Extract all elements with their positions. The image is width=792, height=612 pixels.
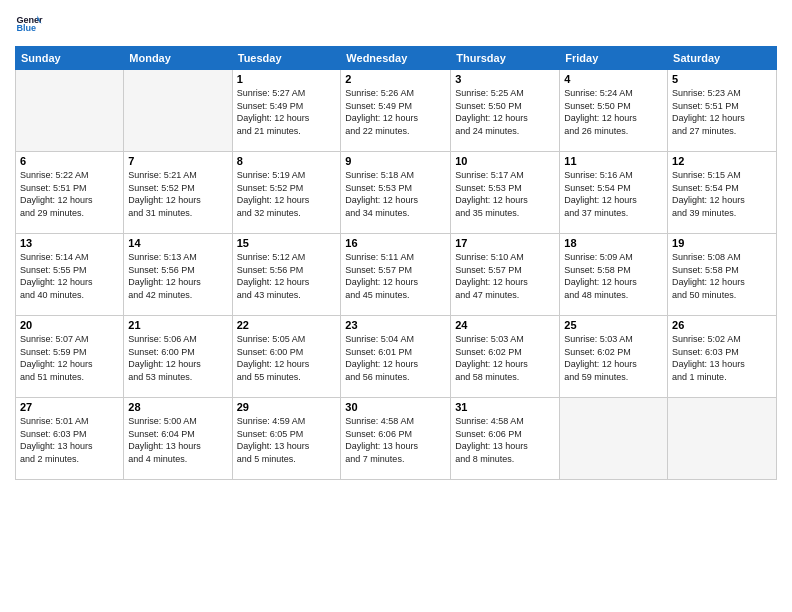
day-info: Sunrise: 5:16 AM Sunset: 5:54 PM Dayligh… [564,169,663,219]
day-info: Sunrise: 5:03 AM Sunset: 6:02 PM Dayligh… [564,333,663,383]
calendar-cell: 13Sunrise: 5:14 AM Sunset: 5:55 PM Dayli… [16,234,124,316]
weekday-header-wednesday: Wednesday [341,47,451,70]
calendar-cell: 10Sunrise: 5:17 AM Sunset: 5:53 PM Dayli… [451,152,560,234]
day-number: 5 [672,73,772,85]
week-row-5: 27Sunrise: 5:01 AM Sunset: 6:03 PM Dayli… [16,398,777,480]
day-number: 17 [455,237,555,249]
weekday-header-saturday: Saturday [668,47,777,70]
day-info: Sunrise: 5:17 AM Sunset: 5:53 PM Dayligh… [455,169,555,219]
weekday-header-sunday: Sunday [16,47,124,70]
header: General Blue [15,10,777,38]
day-number: 20 [20,319,119,331]
day-info: Sunrise: 5:22 AM Sunset: 5:51 PM Dayligh… [20,169,119,219]
logo-icon: General Blue [15,10,43,38]
day-number: 2 [345,73,446,85]
day-number: 21 [128,319,227,331]
day-info: Sunrise: 5:25 AM Sunset: 5:50 PM Dayligh… [455,87,555,137]
calendar-cell [124,70,232,152]
calendar-cell: 26Sunrise: 5:02 AM Sunset: 6:03 PM Dayli… [668,316,777,398]
calendar-cell: 5Sunrise: 5:23 AM Sunset: 5:51 PM Daylig… [668,70,777,152]
calendar-cell: 17Sunrise: 5:10 AM Sunset: 5:57 PM Dayli… [451,234,560,316]
day-info: Sunrise: 5:02 AM Sunset: 6:03 PM Dayligh… [672,333,772,383]
day-number: 3 [455,73,555,85]
day-info: Sunrise: 5:06 AM Sunset: 6:00 PM Dayligh… [128,333,227,383]
calendar-table: SundayMondayTuesdayWednesdayThursdayFrid… [15,46,777,480]
calendar-cell: 25Sunrise: 5:03 AM Sunset: 6:02 PM Dayli… [560,316,668,398]
day-number: 23 [345,319,446,331]
calendar-cell: 31Sunrise: 4:58 AM Sunset: 6:06 PM Dayli… [451,398,560,480]
day-number: 24 [455,319,555,331]
calendar-cell: 30Sunrise: 4:58 AM Sunset: 6:06 PM Dayli… [341,398,451,480]
calendar-cell: 15Sunrise: 5:12 AM Sunset: 5:56 PM Dayli… [232,234,341,316]
day-info: Sunrise: 5:27 AM Sunset: 5:49 PM Dayligh… [237,87,337,137]
day-info: Sunrise: 5:14 AM Sunset: 5:55 PM Dayligh… [20,251,119,301]
day-info: Sunrise: 5:09 AM Sunset: 5:58 PM Dayligh… [564,251,663,301]
day-info: Sunrise: 5:11 AM Sunset: 5:57 PM Dayligh… [345,251,446,301]
weekday-header-monday: Monday [124,47,232,70]
calendar-cell: 14Sunrise: 5:13 AM Sunset: 5:56 PM Dayli… [124,234,232,316]
day-number: 16 [345,237,446,249]
day-info: Sunrise: 5:15 AM Sunset: 5:54 PM Dayligh… [672,169,772,219]
day-number: 22 [237,319,337,331]
day-info: Sunrise: 5:08 AM Sunset: 5:58 PM Dayligh… [672,251,772,301]
day-number: 8 [237,155,337,167]
calendar-cell: 21Sunrise: 5:06 AM Sunset: 6:00 PM Dayli… [124,316,232,398]
day-info: Sunrise: 5:23 AM Sunset: 5:51 PM Dayligh… [672,87,772,137]
day-info: Sunrise: 5:18 AM Sunset: 5:53 PM Dayligh… [345,169,446,219]
logo: General Blue [15,10,43,38]
calendar-cell: 2Sunrise: 5:26 AM Sunset: 5:49 PM Daylig… [341,70,451,152]
day-number: 25 [564,319,663,331]
calendar-cell: 6Sunrise: 5:22 AM Sunset: 5:51 PM Daylig… [16,152,124,234]
day-number: 27 [20,401,119,413]
day-info: Sunrise: 5:05 AM Sunset: 6:00 PM Dayligh… [237,333,337,383]
calendar-cell: 29Sunrise: 4:59 AM Sunset: 6:05 PM Dayli… [232,398,341,480]
day-info: Sunrise: 5:21 AM Sunset: 5:52 PM Dayligh… [128,169,227,219]
calendar-cell [560,398,668,480]
day-info: Sunrise: 4:58 AM Sunset: 6:06 PM Dayligh… [345,415,446,465]
day-number: 7 [128,155,227,167]
day-info: Sunrise: 4:59 AM Sunset: 6:05 PM Dayligh… [237,415,337,465]
week-row-2: 6Sunrise: 5:22 AM Sunset: 5:51 PM Daylig… [16,152,777,234]
day-number: 26 [672,319,772,331]
day-info: Sunrise: 5:04 AM Sunset: 6:01 PM Dayligh… [345,333,446,383]
day-info: Sunrise: 5:24 AM Sunset: 5:50 PM Dayligh… [564,87,663,137]
calendar-cell: 24Sunrise: 5:03 AM Sunset: 6:02 PM Dayli… [451,316,560,398]
day-info: Sunrise: 5:03 AM Sunset: 6:02 PM Dayligh… [455,333,555,383]
calendar-cell: 16Sunrise: 5:11 AM Sunset: 5:57 PM Dayli… [341,234,451,316]
day-number: 28 [128,401,227,413]
calendar-cell: 28Sunrise: 5:00 AM Sunset: 6:04 PM Dayli… [124,398,232,480]
calendar-cell: 11Sunrise: 5:16 AM Sunset: 5:54 PM Dayli… [560,152,668,234]
calendar-cell: 18Sunrise: 5:09 AM Sunset: 5:58 PM Dayli… [560,234,668,316]
calendar-cell: 12Sunrise: 5:15 AM Sunset: 5:54 PM Dayli… [668,152,777,234]
day-info: Sunrise: 5:26 AM Sunset: 5:49 PM Dayligh… [345,87,446,137]
weekday-header-friday: Friday [560,47,668,70]
week-row-4: 20Sunrise: 5:07 AM Sunset: 5:59 PM Dayli… [16,316,777,398]
day-info: Sunrise: 5:12 AM Sunset: 5:56 PM Dayligh… [237,251,337,301]
day-info: Sunrise: 5:00 AM Sunset: 6:04 PM Dayligh… [128,415,227,465]
day-number: 29 [237,401,337,413]
day-info: Sunrise: 5:07 AM Sunset: 5:59 PM Dayligh… [20,333,119,383]
day-number: 12 [672,155,772,167]
day-info: Sunrise: 5:10 AM Sunset: 5:57 PM Dayligh… [455,251,555,301]
day-number: 9 [345,155,446,167]
week-row-3: 13Sunrise: 5:14 AM Sunset: 5:55 PM Dayli… [16,234,777,316]
calendar-cell: 4Sunrise: 5:24 AM Sunset: 5:50 PM Daylig… [560,70,668,152]
calendar-cell: 3Sunrise: 5:25 AM Sunset: 5:50 PM Daylig… [451,70,560,152]
weekday-header-tuesday: Tuesday [232,47,341,70]
day-info: Sunrise: 5:19 AM Sunset: 5:52 PM Dayligh… [237,169,337,219]
weekday-header-row: SundayMondayTuesdayWednesdayThursdayFrid… [16,47,777,70]
day-number: 19 [672,237,772,249]
day-number: 1 [237,73,337,85]
day-number: 15 [237,237,337,249]
svg-text:Blue: Blue [16,23,36,33]
day-number: 4 [564,73,663,85]
day-info: Sunrise: 5:01 AM Sunset: 6:03 PM Dayligh… [20,415,119,465]
day-number: 10 [455,155,555,167]
day-info: Sunrise: 5:13 AM Sunset: 5:56 PM Dayligh… [128,251,227,301]
week-row-1: 1Sunrise: 5:27 AM Sunset: 5:49 PM Daylig… [16,70,777,152]
day-number: 31 [455,401,555,413]
calendar-cell: 7Sunrise: 5:21 AM Sunset: 5:52 PM Daylig… [124,152,232,234]
day-number: 18 [564,237,663,249]
calendar-cell: 1Sunrise: 5:27 AM Sunset: 5:49 PM Daylig… [232,70,341,152]
day-number: 30 [345,401,446,413]
